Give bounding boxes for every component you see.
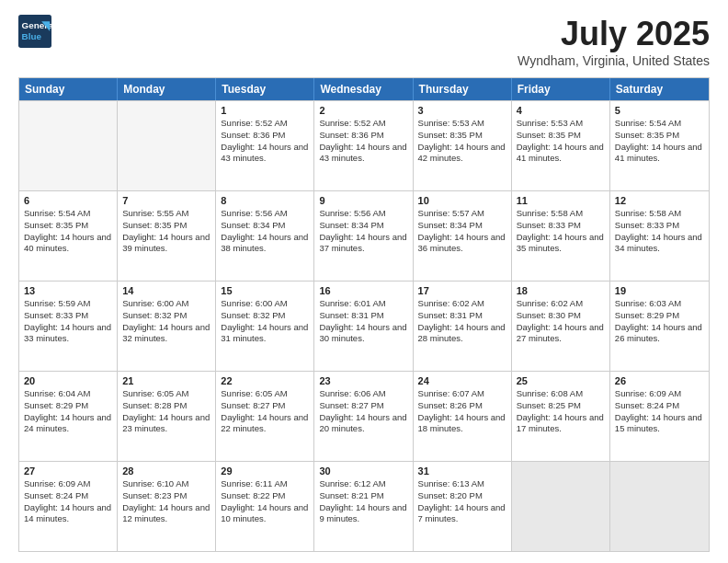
calendar-cell: 3Sunrise: 5:53 AM Sunset: 8:35 PM Daylig…: [414, 101, 512, 190]
calendar-body: 1Sunrise: 5:52 AM Sunset: 8:36 PM Daylig…: [19, 100, 709, 551]
day-number: 18: [517, 285, 605, 296]
day-info: Sunrise: 5:53 AM Sunset: 8:35 PM Dayligh…: [517, 118, 605, 165]
calendar-cell: 12Sunrise: 5:58 AM Sunset: 8:33 PM Dayli…: [610, 191, 709, 281]
calendar-cell: 10Sunrise: 5:57 AM Sunset: 8:34 PM Dayli…: [414, 191, 512, 281]
calendar-cell: 26Sunrise: 6:09 AM Sunset: 8:24 PM Dayli…: [610, 372, 709, 461]
calendar-row: 6Sunrise: 5:54 AM Sunset: 8:35 PM Daylig…: [19, 190, 709, 281]
day-number: 20: [24, 375, 112, 386]
day-number: 2: [319, 105, 407, 116]
calendar-row: 1Sunrise: 5:52 AM Sunset: 8:36 PM Daylig…: [19, 100, 709, 190]
day-number: 12: [615, 195, 704, 206]
calendar-row: 13Sunrise: 5:59 AM Sunset: 8:33 PM Dayli…: [19, 281, 709, 371]
day-info: Sunrise: 6:02 AM Sunset: 8:30 PM Dayligh…: [517, 298, 605, 345]
calendar-row: 20Sunrise: 6:04 AM Sunset: 8:29 PM Dayli…: [19, 371, 709, 461]
day-number: 23: [319, 375, 407, 386]
day-info: Sunrise: 5:58 AM Sunset: 8:33 PM Dayligh…: [615, 208, 704, 255]
calendar-cell: 19Sunrise: 6:03 AM Sunset: 8:29 PM Dayli…: [610, 282, 709, 371]
day-number: 7: [122, 195, 210, 206]
day-number: 24: [418, 375, 506, 386]
weekday-header: Wednesday: [314, 78, 413, 100]
day-number: 8: [221, 195, 309, 206]
calendar-cell: 17Sunrise: 6:02 AM Sunset: 8:31 PM Dayli…: [414, 282, 512, 371]
logo: General Blue: [18, 15, 51, 48]
calendar-cell: 14Sunrise: 6:00 AM Sunset: 8:32 PM Dayli…: [118, 282, 216, 371]
calendar-cell: 5Sunrise: 5:54 AM Sunset: 8:35 PM Daylig…: [610, 101, 709, 190]
day-number: 4: [517, 105, 605, 116]
calendar-cell: 22Sunrise: 6:05 AM Sunset: 8:27 PM Dayli…: [216, 372, 314, 461]
calendar-cell: 1Sunrise: 5:52 AM Sunset: 8:36 PM Daylig…: [216, 101, 314, 190]
day-number: 28: [122, 465, 210, 477]
calendar-cell: 15Sunrise: 6:00 AM Sunset: 8:32 PM Dayli…: [216, 282, 314, 371]
day-info: Sunrise: 5:52 AM Sunset: 8:36 PM Dayligh…: [319, 118, 407, 165]
day-info: Sunrise: 6:09 AM Sunset: 8:24 PM Dayligh…: [24, 478, 112, 525]
day-number: 25: [517, 375, 605, 386]
day-info: Sunrise: 6:11 AM Sunset: 8:22 PM Dayligh…: [221, 478, 309, 525]
day-number: 1: [221, 105, 309, 116]
calendar-cell: 20Sunrise: 6:04 AM Sunset: 8:29 PM Dayli…: [19, 372, 118, 461]
subtitle: Wyndham, Virginia, United States: [518, 53, 710, 68]
day-number: 14: [122, 285, 210, 296]
page: General Blue July 2025 Wyndham, Virginia…: [0, 0, 728, 563]
day-info: Sunrise: 6:06 AM Sunset: 8:27 PM Dayligh…: [319, 388, 407, 435]
header: General Blue July 2025 Wyndham, Virginia…: [18, 15, 710, 68]
day-info: Sunrise: 6:00 AM Sunset: 8:32 PM Dayligh…: [221, 298, 309, 345]
day-number: 5: [615, 105, 704, 116]
day-info: Sunrise: 5:55 AM Sunset: 8:35 PM Dayligh…: [122, 208, 210, 255]
day-info: Sunrise: 5:58 AM Sunset: 8:33 PM Dayligh…: [517, 208, 605, 255]
calendar-cell: 16Sunrise: 6:01 AM Sunset: 8:31 PM Dayli…: [314, 282, 413, 371]
day-info: Sunrise: 6:10 AM Sunset: 8:23 PM Dayligh…: [122, 478, 210, 525]
day-number: 27: [24, 465, 112, 477]
day-info: Sunrise: 6:02 AM Sunset: 8:31 PM Dayligh…: [418, 298, 506, 345]
day-number: 29: [221, 465, 309, 477]
calendar-cell: 9Sunrise: 5:56 AM Sunset: 8:34 PM Daylig…: [314, 191, 413, 281]
calendar-row: 27Sunrise: 6:09 AM Sunset: 8:24 PM Dayli…: [19, 461, 709, 551]
calendar-cell: 13Sunrise: 5:59 AM Sunset: 8:33 PM Dayli…: [19, 282, 118, 371]
day-number: 15: [221, 285, 309, 296]
day-info: Sunrise: 6:08 AM Sunset: 8:25 PM Dayligh…: [517, 388, 605, 435]
day-info: Sunrise: 6:05 AM Sunset: 8:28 PM Dayligh…: [122, 388, 210, 435]
day-info: Sunrise: 5:52 AM Sunset: 8:36 PM Dayligh…: [221, 118, 309, 165]
calendar-cell: 2Sunrise: 5:52 AM Sunset: 8:36 PM Daylig…: [314, 101, 413, 190]
day-number: 6: [24, 195, 112, 206]
logo-icon: General Blue: [18, 15, 51, 48]
day-info: Sunrise: 6:01 AM Sunset: 8:31 PM Dayligh…: [319, 298, 407, 345]
weekday-header: Saturday: [610, 78, 709, 100]
main-title: July 2025: [518, 15, 710, 53]
calendar-cell: 24Sunrise: 6:07 AM Sunset: 8:26 PM Dayli…: [414, 372, 512, 461]
calendar-cell: 23Sunrise: 6:06 AM Sunset: 8:27 PM Dayli…: [314, 372, 413, 461]
day-info: Sunrise: 6:03 AM Sunset: 8:29 PM Dayligh…: [615, 298, 704, 345]
calendar-cell: 18Sunrise: 6:02 AM Sunset: 8:30 PM Dayli…: [512, 282, 610, 371]
weekday-header: Sunday: [19, 78, 118, 100]
weekday-header: Friday: [512, 78, 610, 100]
day-info: Sunrise: 6:00 AM Sunset: 8:32 PM Dayligh…: [122, 298, 210, 345]
day-info: Sunrise: 6:12 AM Sunset: 8:21 PM Dayligh…: [319, 478, 407, 525]
calendar-cell: [118, 101, 216, 190]
calendar-cell: 7Sunrise: 5:55 AM Sunset: 8:35 PM Daylig…: [118, 191, 216, 281]
calendar-cell: 31Sunrise: 6:13 AM Sunset: 8:20 PM Dayli…: [414, 462, 512, 551]
calendar-cell: 6Sunrise: 5:54 AM Sunset: 8:35 PM Daylig…: [19, 191, 118, 281]
day-number: 31: [418, 465, 506, 477]
day-number: 13: [24, 285, 112, 296]
day-info: Sunrise: 5:56 AM Sunset: 8:34 PM Dayligh…: [221, 208, 309, 255]
svg-text:Blue: Blue: [22, 31, 42, 41]
day-info: Sunrise: 6:09 AM Sunset: 8:24 PM Dayligh…: [615, 388, 704, 435]
day-number: 17: [418, 285, 506, 296]
day-info: Sunrise: 6:13 AM Sunset: 8:20 PM Dayligh…: [418, 478, 506, 525]
day-number: 19: [615, 285, 704, 296]
calendar-cell: 29Sunrise: 6:11 AM Sunset: 8:22 PM Dayli…: [216, 462, 314, 551]
calendar-cell: 4Sunrise: 5:53 AM Sunset: 8:35 PM Daylig…: [512, 101, 610, 190]
calendar-cell: 11Sunrise: 5:58 AM Sunset: 8:33 PM Dayli…: [512, 191, 610, 281]
calendar-cell: 30Sunrise: 6:12 AM Sunset: 8:21 PM Dayli…: [314, 462, 413, 551]
calendar-cell: [19, 101, 118, 190]
calendar-cell: 8Sunrise: 5:56 AM Sunset: 8:34 PM Daylig…: [216, 191, 314, 281]
calendar-cell: [610, 462, 709, 551]
calendar-header: SundayMondayTuesdayWednesdayThursdayFrid…: [19, 78, 709, 100]
calendar: SundayMondayTuesdayWednesdayThursdayFrid…: [18, 77, 710, 552]
day-info: Sunrise: 5:59 AM Sunset: 8:33 PM Dayligh…: [24, 298, 112, 345]
day-info: Sunrise: 5:57 AM Sunset: 8:34 PM Dayligh…: [418, 208, 506, 255]
day-info: Sunrise: 5:54 AM Sunset: 8:35 PM Dayligh…: [24, 208, 112, 255]
day-number: 26: [615, 375, 704, 386]
day-number: 9: [319, 195, 407, 206]
day-info: Sunrise: 5:53 AM Sunset: 8:35 PM Dayligh…: [418, 118, 506, 165]
day-info: Sunrise: 6:05 AM Sunset: 8:27 PM Dayligh…: [221, 388, 309, 435]
